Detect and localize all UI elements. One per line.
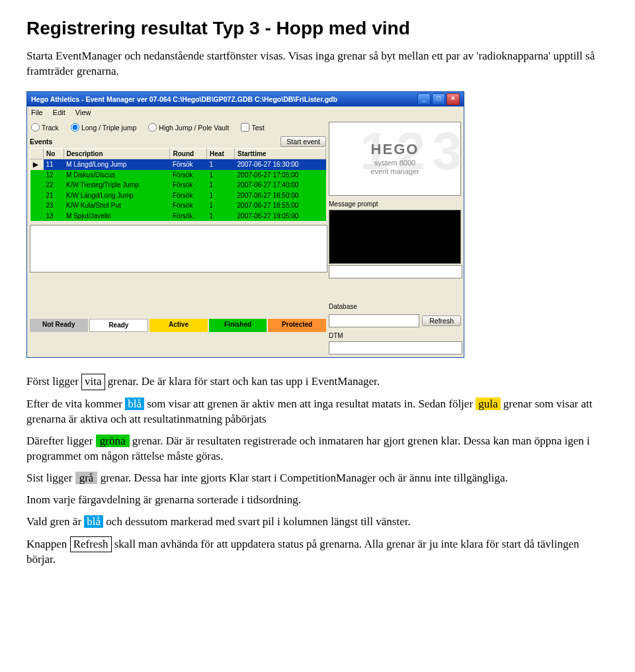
row-arrow [30, 190, 44, 201]
cell-desc: M Spjut/Javelin [64, 211, 170, 222]
checkbox-test[interactable]: Test [241, 123, 264, 132]
legend-active: Active [149, 319, 208, 332]
status-legend: Not Ready Ready Active Finished Protecte… [30, 319, 326, 332]
maximize-button[interactable]: □ [432, 93, 445, 105]
cell-heat: 1 [207, 180, 235, 190]
cell-heat: 1 [207, 211, 235, 222]
chip-refresh: Refresh [70, 536, 112, 553]
hego-logo-panel: 1 2 3 HEGO system 8000 event manager [329, 122, 461, 196]
menu-view[interactable]: View [75, 108, 91, 116]
radio-track-label: Track [42, 123, 59, 132]
database-label: Database [329, 302, 461, 312]
minimize-button[interactable]: _ [417, 93, 431, 105]
discipline-radios: Track Long / Triple jump High Jump / Pol… [30, 122, 326, 136]
cell-desc: K/W Tresteg/Triple Jump [64, 180, 170, 190]
cell-desc: M Längd/Long Jump [64, 159, 170, 170]
cell-no: 12 [44, 170, 64, 181]
row-arrow [30, 211, 44, 222]
radio-hjpv-label: High Jump / Pole Vault [159, 123, 229, 132]
cell-no: 22 [44, 180, 64, 190]
table-row[interactable]: 21K/W Längd/Long JumpFörsök12007-06-27 1… [30, 190, 326, 201]
hego-brand: HEGO [370, 141, 419, 158]
page-title: Registrering resultat Typ 3 - Hopp med v… [26, 16, 609, 41]
events-table: No Description Round Heat Starttime ▶11M… [30, 148, 326, 222]
row-arrow [30, 180, 44, 190]
cell-no: 21 [44, 190, 64, 201]
table-row[interactable]: 12M Diskus/DiscusFörsök12007-06-27 17:05… [30, 170, 326, 181]
para-selected: Vald gren är blå och dessutom markerad m… [26, 515, 609, 530]
radio-ltj-label: Long / Triple jump [81, 123, 136, 132]
cell-round: Försök [170, 200, 207, 211]
hego-sub1: system 8000 [370, 159, 419, 167]
chip-bla-2: blå [84, 515, 103, 528]
cell-heat: 1 [207, 200, 235, 211]
cell-round: Försök [170, 180, 207, 190]
legend-finished: Finished [209, 319, 267, 332]
table-row[interactable]: 13M Spjut/JavelinFörsök12007-06-27 19:05… [30, 211, 326, 222]
window-title: Hego Athletics - Event Manager ver 07-06… [31, 95, 417, 104]
menu-edit[interactable]: Edit [53, 108, 65, 116]
app-window: Hego Athletics - Event Manager ver 07-06… [26, 91, 464, 358]
chip-vita: vita [81, 374, 105, 390]
cell-heat: 1 [207, 190, 235, 201]
table-row[interactable]: ▶11M Längd/Long JumpFörsök12007-06-27 16… [30, 159, 326, 170]
col-heat[interactable]: Heat [207, 148, 235, 159]
col-arrow[interactable] [30, 148, 44, 159]
cell-start: 2007-06-27 18:50:00 [235, 190, 326, 201]
cell-start: 2007-06-27 16:30:00 [235, 159, 326, 170]
cell-start: 2007-06-27 19:05:00 [235, 211, 326, 222]
message-input[interactable] [329, 265, 462, 278]
row-arrow [30, 170, 44, 181]
radio-long-triple[interactable]: Long / Triple jump [71, 123, 136, 132]
col-round[interactable]: Round [170, 148, 207, 159]
legend-not-ready: Not Ready [30, 319, 88, 332]
cell-desc: K/W Längd/Long Jump [64, 190, 170, 201]
dtm-label: DTM [329, 331, 461, 341]
cell-desc: M Diskus/Discus [64, 170, 170, 181]
chip-gula: gula [476, 398, 500, 410]
cell-desc: K/W Kula/Shot Put [64, 200, 170, 211]
table-row[interactable]: 22K/W Tresteg/Triple JumpFörsök12007-06-… [30, 180, 326, 190]
para-vita: Först ligger vita grenar. De är klara fö… [26, 374, 609, 390]
chip-grona: gröna [96, 435, 130, 447]
radio-high-pole[interactable]: High Jump / Pole Vault [148, 123, 229, 132]
refresh-button[interactable]: Refresh [422, 315, 461, 326]
checkbox-test-label: Test [251, 123, 264, 132]
cell-round: Försök [170, 190, 207, 201]
cell-round: Försök [170, 211, 207, 222]
col-desc[interactable]: Description [64, 148, 170, 159]
col-start[interactable]: Starttime [235, 148, 326, 159]
cell-heat: 1 [207, 170, 235, 181]
para-bla-gula: Efter de vita kommer blå som visar att g… [26, 397, 609, 427]
cell-no: 11 [44, 159, 64, 170]
message-prompt-label: Message prompt [329, 200, 461, 209]
cell-round: Försök [170, 159, 207, 170]
cell-start: 2007-06-27 17:40:00 [235, 180, 326, 190]
table-row[interactable]: 23K/W Kula/Shot PutFörsök12007-06-27 18:… [30, 200, 326, 211]
start-event-button[interactable]: Start event [280, 136, 326, 147]
row-arrow: ▶ [30, 159, 44, 170]
dtm-input[interactable] [329, 341, 462, 355]
para-sort: Inom varje färgavdelning är grenarna sor… [26, 493, 609, 508]
para-grona: Därefter ligger gröna grenar. Där är res… [26, 434, 609, 464]
cell-start: 2007-06-27 18:55:00 [235, 200, 326, 211]
legend-ready: Ready [89, 319, 149, 332]
cell-no: 13 [44, 211, 64, 222]
cell-start: 2007-06-27 17:05:00 [235, 170, 326, 181]
message-prompt-area [329, 210, 461, 264]
titlebar[interactable]: Hego Athletics - Event Manager ver 07-06… [27, 92, 464, 106]
database-input[interactable] [329, 314, 419, 327]
events-label: Events [30, 137, 52, 146]
menu-file[interactable]: File [31, 108, 43, 116]
cell-heat: 1 [207, 159, 235, 170]
row-arrow [30, 200, 44, 211]
events-empty-area [30, 225, 327, 273]
radio-track[interactable]: Track [31, 123, 59, 132]
cell-no: 23 [44, 200, 64, 211]
col-no[interactable]: No [44, 148, 64, 159]
para-refresh: Knappen Refresh skall man avhända för at… [26, 536, 609, 568]
intro-text: Starta EventManager och nedanstående sta… [26, 49, 609, 79]
chip-bla: blå [125, 398, 144, 410]
chip-gra: grå [75, 472, 98, 484]
close-button[interactable]: × [446, 93, 460, 105]
